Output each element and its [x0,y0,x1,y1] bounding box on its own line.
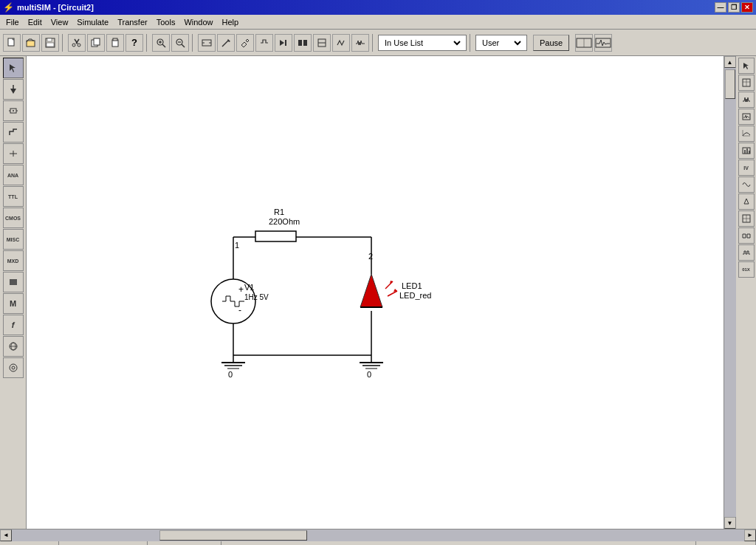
sim-tool5[interactable] [351,34,369,52]
rt-cursor[interactable] [738,58,755,74]
menu-item-help[interactable]: Help [218,16,244,28]
instrument2[interactable] [594,34,612,52]
menu-item-simulate[interactable]: Simulate [72,16,113,28]
user-select[interactable]: User [479,38,523,48]
scroll-up-arrow[interactable]: ▲ [724,56,736,68]
rt-funcgen[interactable] [738,92,755,108]
sim-tool3[interactable] [313,34,331,52]
copy-button[interactable] [87,34,105,52]
scroll-left-arrow[interactable]: ◄ [0,529,12,541]
ttl-btn[interactable]: TTL [3,186,24,207]
mixed-btn[interactable]: MXD [3,250,24,271]
globe-btn[interactable] [3,336,24,357]
in-use-dropdown[interactable]: In Use List [378,35,467,51]
title-bar-left: ⚡ multiSIM - [Circuit2] [3,2,94,13]
r1-body [255,231,296,241]
menu-item-file[interactable]: File [1,16,24,28]
menu-item-view[interactable]: View [47,16,73,28]
rt-oscope[interactable] [738,109,755,125]
r1-value: 220Ohm [269,217,300,226]
horizontal-scrollbar[interactable]: ◄ ► [0,529,756,541]
select-tool-btn[interactable] [3,58,24,78]
svg-line-13 [162,44,165,47]
scroll-thumb[interactable] [725,69,735,99]
v1-value: 1Hz 5V [244,293,269,301]
pause-button[interactable]: Pause [533,35,569,51]
svg-marker-33 [10,89,16,94]
cmos-btn[interactable]: CMOS [3,208,24,228]
connector-btn[interactable] [3,143,24,164]
close-button[interactable]: ✕ [741,2,753,13]
save-button[interactable] [41,34,59,52]
rt-multimeter[interactable] [738,75,755,91]
zoom-in-button[interactable] [152,34,170,52]
svg-rect-2 [27,41,35,47]
circuit-canvas[interactable]: R1 220Ohm 1 2 0 [27,56,724,529]
help-button[interactable]: ? [126,34,143,52]
svg-rect-41 [10,279,17,285]
svg-rect-26 [303,40,307,46]
circle-btn[interactable] [3,357,24,378]
svg-marker-47 [743,63,749,69]
svg-point-7 [78,44,80,47]
h-scroll-track[interactable] [12,529,744,541]
toolbar: ? In Use List User [0,30,756,56]
status-coords: 00624/00252 [696,541,756,545]
rt-logic[interactable] [738,227,755,244]
svg-line-22 [222,41,228,47]
rt-waveform2[interactable] [738,244,755,261]
rt-counter[interactable]: 01X [738,261,755,278]
edit-component[interactable] [236,34,254,52]
paste-button[interactable] [106,34,124,52]
wiring-tool[interactable] [255,34,273,52]
led1-value: LED_red [399,291,431,300]
restore-button[interactable]: ❐ [728,2,740,13]
status-tran: Tran: 0.077 s [59,541,148,545]
svg-marker-32 [10,64,16,72]
menu-item-tools[interactable]: Tools [152,16,180,28]
rt-network[interactable] [738,210,755,227]
m-btn[interactable]: M [3,293,24,314]
gnd-v1-label: 0 [228,370,233,379]
rt-distortion[interactable] [738,176,755,193]
zoom-out-button[interactable] [171,34,189,52]
sim-tool1[interactable] [275,34,292,52]
title-bar-controls[interactable]: — ❐ ✕ [715,2,753,13]
in-use-select[interactable]: In Use List [382,38,463,48]
svg-point-38 [13,110,14,112]
scroll-right-arrow[interactable]: ► [744,529,756,541]
rt-spectrum[interactable] [738,193,755,210]
h-scroll-thumb[interactable] [159,530,307,541]
rt-bode[interactable] [738,126,755,142]
open-button[interactable] [22,34,40,52]
rt-iv[interactable]: IV [738,160,755,176]
user-dropdown[interactable]: User [475,35,527,51]
ana-btn[interactable]: ANA [3,165,24,185]
vertical-scrollbar[interactable]: ▲ ▼ [724,56,735,529]
sim-tool2[interactable] [294,34,312,52]
wire-btn[interactable] [3,122,24,143]
sim-tool4[interactable] [332,34,350,52]
main-layout: ANA TTL CMOS MISC MXD M f R1 220Ohm 1 [0,56,756,529]
rated-btn[interactable] [3,272,24,292]
component-picker[interactable] [198,34,216,52]
misc-btn[interactable]: MISC [3,229,24,250]
left-toolbar: ANA TTL CMOS MISC MXD M f [0,56,27,529]
arrow-down-btn[interactable] [3,79,24,100]
scroll-track[interactable] [724,68,736,517]
menu-item-edit[interactable]: Edit [24,16,47,28]
new-button[interactable] [3,34,21,52]
component-btn[interactable] [3,100,24,121]
sep1 [62,34,65,52]
scroll-down-arrow[interactable]: ▼ [724,517,736,529]
menu-item-window[interactable]: Window [179,16,217,28]
f-btn[interactable]: f [3,315,24,335]
svg-point-45 [10,364,17,371]
cut-button[interactable] [68,34,86,52]
rt-graph[interactable] [738,143,755,159]
menu-item-transfer[interactable]: Transfer [113,16,152,28]
minimize-button[interactable]: — [715,2,726,13]
status-temp: Temp: 27 [148,541,221,545]
instrument1[interactable] [575,34,593,52]
probe-tool[interactable] [217,34,235,52]
